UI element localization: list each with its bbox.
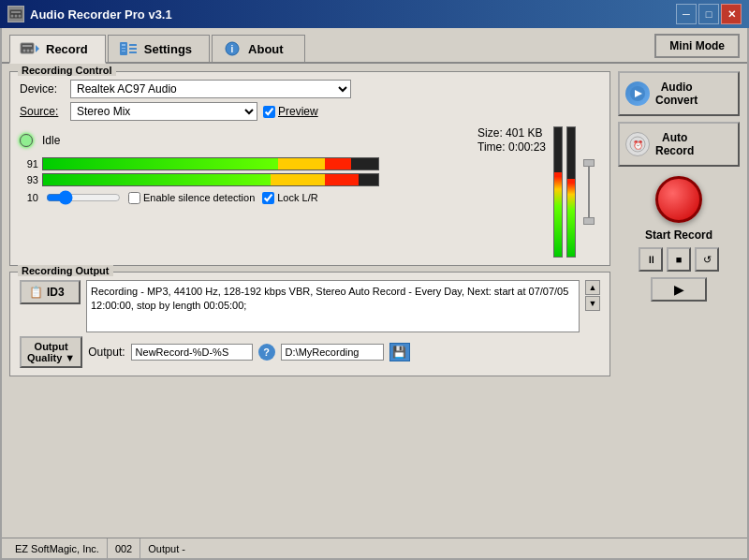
meter-bar-93 (42, 173, 379, 186)
source-row: Source: Stereo Mix Preview (20, 102, 600, 121)
transport-row: ⏸ ■ ↺ (639, 247, 719, 272)
scroll-down-button[interactable]: ▼ (585, 296, 600, 311)
meter-bar-red-93 (325, 174, 359, 185)
meter-bar-yellow-93 (271, 174, 324, 185)
svg-rect-14 (122, 51, 125, 52)
mini-mode-button[interactable]: Mini Mode (654, 34, 740, 58)
meter-bar-green-93 (43, 174, 271, 185)
status-text: Idle (42, 134, 60, 147)
settings-tab-label: Settings (144, 42, 192, 56)
pause-button[interactable]: ⏸ (639, 247, 663, 272)
left-panel: Recording Control Device: Realtek AC97 A… (9, 71, 610, 530)
tab-settings[interactable]: Settings (108, 35, 210, 62)
record-tab-label: Record (46, 42, 88, 56)
save-icon[interactable]: 💾 (389, 343, 410, 361)
svg-text:i: i (231, 44, 234, 54)
time-value: 0:00:23 (508, 140, 546, 154)
vu-slider-container (580, 159, 598, 225)
close-button[interactable]: ✕ (721, 4, 742, 24)
svg-text:⏰: ⏰ (633, 140, 644, 151)
svg-rect-1 (11, 11, 21, 13)
maximize-button[interactable]: □ (698, 4, 719, 24)
meter-bar-red-91 (325, 158, 352, 169)
scroll-up-button[interactable]: ▲ (585, 280, 600, 295)
volume-label: 10 (20, 192, 38, 203)
recording-output-group: Recording Output 📋 ID3 Recording - MP3, … (9, 272, 610, 376)
size-label: Size: (477, 126, 503, 140)
output-text-area: Recording - MP3, 44100 Hz, 128-192 kbps … (86, 280, 580, 332)
svg-rect-12 (122, 44, 125, 46)
start-record-button[interactable] (655, 176, 702, 223)
source-select[interactable]: Stereo Mix (70, 102, 257, 121)
output-filename-input[interactable] (131, 344, 253, 361)
id3-button[interactable]: 📋 ID3 (20, 280, 81, 304)
window-controls: ─ □ ✕ (676, 4, 742, 24)
silence-detection-checkbox[interactable] (128, 192, 140, 204)
auto-record-button[interactable]: ⏰ AutoRecord (618, 122, 740, 167)
vu-slider-top[interactable] (583, 159, 595, 167)
meters-left: Idle Size: 401 KB Time: 0:00:23 91 (20, 126, 546, 258)
status-company: EZ SoftMagic, Inc. (7, 538, 108, 558)
vu-sliders (580, 126, 598, 258)
id3-label: ID3 (47, 286, 65, 299)
id3-icon: 📋 (29, 286, 43, 299)
help-icon[interactable]: ? (258, 344, 275, 361)
meter-row-91: 91 (20, 157, 546, 170)
window-title: Audio Recorder Pro v3.1 (30, 7, 676, 22)
svg-marker-10 (36, 45, 39, 52)
vu-meters (553, 126, 600, 258)
svg-rect-17 (129, 52, 137, 53)
right-panel: AudioConvert ⏰ AutoRecord Start Record ⏸… (618, 71, 740, 530)
size-display: Size: 401 KB (477, 126, 542, 140)
output-text: Recording - MP3, 44100 Hz, 128-192 kbps … (91, 286, 568, 311)
device-select[interactable]: Realtek AC97 Audio (70, 80, 351, 98)
preview-checkbox-label[interactable]: Preview (263, 105, 318, 118)
source-label: Source: (20, 105, 65, 118)
tab-about[interactable]: i About (212, 35, 305, 62)
minimize-button[interactable]: ─ (676, 4, 697, 24)
play-button[interactable]: ▶ (651, 277, 707, 302)
preview-checkbox[interactable] (263, 106, 275, 118)
volume-slider[interactable] (46, 190, 121, 205)
vu-channel-left (553, 126, 563, 258)
vu-slider-bottom[interactable] (583, 217, 595, 225)
stop-button[interactable]: ■ (667, 247, 691, 272)
audio-convert-icon (625, 81, 650, 106)
output-top: 📋 ID3 Recording - MP3, 44100 Hz, 128-192… (20, 280, 600, 332)
output-quality-button[interactable]: OutputQuality ▼ (20, 336, 82, 368)
meter-93-label: 93 (20, 174, 38, 185)
svg-point-7 (23, 50, 26, 52)
output-field-label: Output: (88, 346, 125, 359)
rewind-button[interactable]: ↺ (695, 247, 719, 272)
status-output: Output - (140, 538, 193, 558)
meter-91-label: 91 (20, 158, 38, 169)
svg-point-9 (31, 50, 34, 52)
meter-bar-91 (42, 157, 379, 170)
vu-bar-left (553, 126, 563, 258)
svg-rect-13 (122, 48, 125, 49)
lock-lr-checkbox[interactable] (262, 192, 274, 204)
tab-record[interactable]: Record (9, 35, 106, 64)
silence-detection-label[interactable]: Enable silence detection (128, 192, 255, 204)
svg-rect-15 (129, 44, 137, 46)
vu-slider-track (588, 167, 590, 217)
svg-point-4 (19, 15, 22, 18)
tab-bar: Record Settings i About Mini Mode (2, 28, 747, 64)
vu-fill-left (554, 172, 562, 257)
lock-lr-label[interactable]: Lock L/R (262, 192, 317, 204)
auto-record-label: AutoRecord (655, 131, 694, 157)
settings-tab-icon (118, 40, 139, 57)
content-area: Recording Control Device: Realtek AC97 A… (2, 64, 747, 538)
output-bottom: OutputQuality ▼ Output: ? 💾 (20, 336, 600, 368)
recording-control-label: Recording Control (18, 65, 116, 76)
scroll-buttons: ▲ ▼ (585, 280, 600, 311)
record-section: Start Record ⏸ ■ ↺ ▶ (618, 176, 740, 302)
audio-convert-button[interactable]: AudioConvert (618, 71, 740, 116)
about-tab-label: About (248, 42, 284, 56)
audio-convert-label: AudioConvert (655, 81, 698, 107)
app-icon (7, 6, 24, 22)
meter-bar-yellow-91 (278, 158, 325, 169)
folder-path-input[interactable] (281, 344, 384, 361)
lock-lr-text: Lock L/R (277, 192, 317, 203)
about-tab-icon: i (222, 40, 242, 57)
